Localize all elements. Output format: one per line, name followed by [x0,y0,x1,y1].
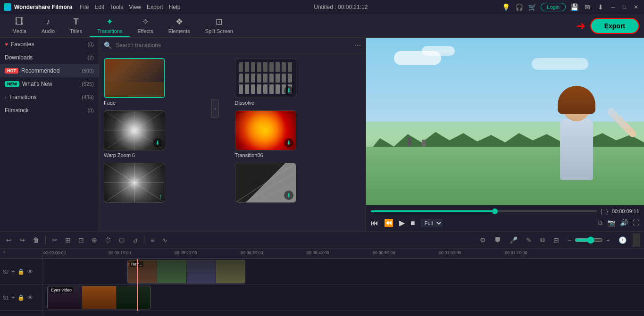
panel-collapse-button[interactable]: ‹ [211,99,219,118]
tool-titles[interactable]: T Titles [62,15,90,37]
sidebar-item-downloads-left: Downloads [5,54,33,61]
menu-bar: File Edit Tools View Export Help [80,4,180,10]
sidebar-item-downloads[interactable]: Downloads (2) [0,51,99,64]
track-1-lock[interactable]: 🔒 [17,294,25,301]
sidebar: ♥ Favorites (0) Downloads (2) HOT Recomm… [0,38,99,231]
speed-button[interactable]: ⏱ [102,235,114,245]
download-icon[interactable]: ⬇ [596,2,605,12]
track-2-lock[interactable]: 🔒 [17,268,25,275]
transition-trans06[interactable]: ⬇ Transition06 [235,110,361,158]
sidebar-item-favorites[interactable]: ♥ Favorites (0) [0,38,99,51]
settings-icon[interactable]: ⚙ [477,235,488,245]
dot [288,62,292,72]
app-logo [4,3,11,11]
svg-line-6 [105,130,134,150]
transition-dissolve[interactable]: ⬇ Dissolve [235,58,361,106]
fullscreen-icon[interactable]: ⛶ [633,219,639,227]
quality-select[interactable]: Full 1/2 1/4 [421,219,443,227]
clip-edit-icon[interactable]: ✎ [524,235,534,245]
tool-elements[interactable]: ❖ Elements [161,15,198,37]
sidebar-item-filmstock[interactable]: Filmstock (0) [0,104,99,117]
transition-item4[interactable]: ⬇ [235,163,361,205]
menu-file[interactable]: File [80,4,89,10]
mail-icon[interactable]: ✉ [583,2,592,12]
login-button[interactable]: Login [541,3,566,11]
transition-fade[interactable]: Fade [104,58,230,106]
heart-icon: ♥ [5,41,8,48]
tool-splitscreen[interactable]: ⊡ Split Screen [198,15,241,37]
minimize-button[interactable]: ─ [609,4,617,10]
elements-icon: ❖ [176,17,183,27]
shield-icon[interactable]: ⛊ [492,235,503,245]
track-2-add[interactable]: + [11,268,15,275]
search-input[interactable] [116,42,351,49]
zoom-in-tl-button[interactable]: + [604,235,612,245]
snap-icon[interactable]: ⊟ [551,235,561,245]
undo-button[interactable]: ↩ [4,235,14,245]
tool-effects[interactable]: ✧ Effects [130,15,160,37]
lightbulb-icon[interactable]: 💡 [501,2,510,12]
menu-help[interactable]: Help [169,4,181,10]
waveform-button[interactable]: ∿ [159,235,170,245]
zoom-in-button[interactable]: ⊕ [89,235,100,245]
clock-icon[interactable]: 🕐 [616,235,629,245]
mic-icon[interactable]: 🎤 [507,235,520,245]
clip-1-label: Eyes video [50,287,73,293]
timeline-tracks-sidebar: + S2 + 🔒 👁 S1 + 🔒 👁 [0,249,42,316]
svg-line-8 [105,163,134,183]
sidebar-item-recommended[interactable]: HOT Recommended (500) [0,64,99,77]
playhead[interactable] [137,259,138,311]
menu-edit[interactable]: Edit [94,4,104,10]
progress-track[interactable] [371,210,597,212]
zoom-slider[interactable] [575,236,603,244]
video-clip-2[interactable]: Rev... ✂ [127,260,245,283]
track-2-eye[interactable]: 👁 [27,268,33,275]
tool-audio[interactable]: ♪ Audio [34,15,62,37]
pip-icon[interactable]: ⧉ [598,219,602,227]
tool-transitions[interactable]: ✦ Transitions [90,15,130,37]
timeline-area: ↩ ↪ 🗑 ✂ ⊞ ⊡ ⊕ ⏱ ⬡ ⊿ ≡ ∿ ⚙ ⛊ 🎤 ✎ ⧉ ⊟ − + … [0,231,644,316]
track-1-eye[interactable]: 👁 [27,294,33,301]
play-button[interactable]: ▶ [399,218,405,227]
panel-handle[interactable] [633,233,640,247]
preview-controls: { } 00:00:09:11 ⏮ ⏪ ▶ ■ Full 1/2 1/4 ⧉ 📷… [366,205,644,231]
layers-icon[interactable]: ⧉ [538,234,547,245]
stop-button[interactable]: ■ [410,219,415,227]
transition-item3[interactable]: ↑ [104,163,230,205]
zoom-out-tl-button[interactable]: − [565,235,574,245]
cart-icon[interactable]: 🛒 [527,2,537,12]
tool-media[interactable]: 🎞 Media [5,15,34,37]
color-button[interactable]: ⬡ [117,235,127,245]
sidebar-item-whatsnew[interactable]: NEW What's New (525) [0,77,99,91]
menu-view[interactable]: View [129,4,141,10]
delete-button[interactable]: 🗑 [30,235,42,245]
menu-tools[interactable]: Tools [110,4,123,10]
project-title: Untitled : 00:00:21:12 [314,4,368,10]
crop-button[interactable]: ⊞ [63,235,73,245]
cut-button[interactable]: ✂ [50,235,60,245]
zoom-fit-button[interactable]: ⊡ [76,235,86,245]
titlebar-right: 💡 🎧 🛒 Login 💾 ✉ ⬇ ─ □ ✕ [501,2,640,12]
add-track-button[interactable]: + [3,249,6,255]
volume-icon[interactable]: 🔊 [620,219,628,227]
transform-button[interactable]: ⊿ [130,235,140,245]
headset-icon[interactable]: 🎧 [514,2,524,12]
sidebar-filmstock-count: (0) [88,108,94,113]
maximize-button[interactable]: □ [621,4,628,10]
dot [245,84,249,94]
redo-button[interactable]: ↪ [17,235,27,245]
close-button[interactable]: ✕ [632,4,640,10]
skip-back-button[interactable]: ⏮ [371,219,378,227]
track-1-add[interactable]: + [11,294,15,301]
timeline-right-controls: ⚙ ⛊ 🎤 ✎ ⧉ ⊟ − + 🕐 [477,233,640,247]
save-icon[interactable]: 💾 [569,2,579,12]
progress-thumb[interactable] [492,208,498,214]
export-button[interactable]: Export [591,19,638,33]
grid-view-icon[interactable]: ⋯ [354,42,361,49]
menu-export[interactable]: Export [147,4,163,10]
audio-mixer-button[interactable]: ≡ [148,235,157,245]
screenshot-icon[interactable]: 📷 [607,219,615,227]
video-clip-1[interactable]: Eyes video [47,286,151,309]
step-back-button[interactable]: ⏪ [384,218,393,227]
sidebar-item-transitions[interactable]: › Transitions (439) [0,91,99,104]
